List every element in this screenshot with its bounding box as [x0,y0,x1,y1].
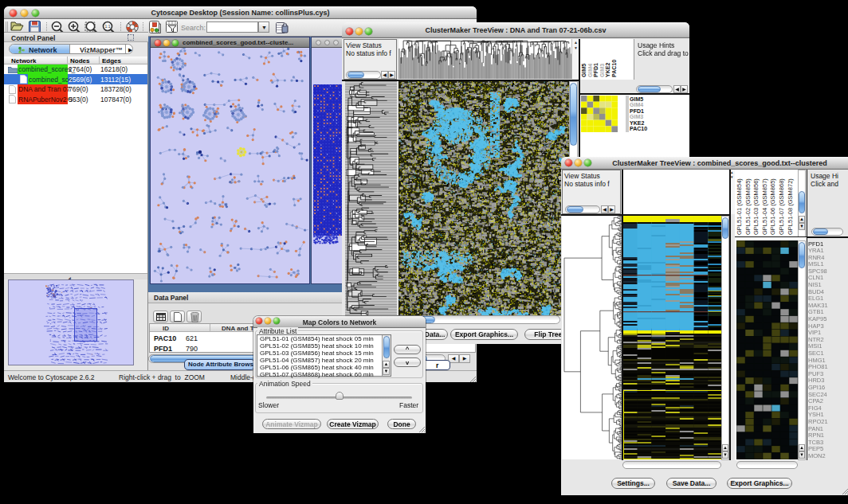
svg-text:GPL51-02 (GSM855): GPL51-02 (GSM855) [744,178,752,235]
svg-text:GIM3: GIM3 [599,64,605,77]
svg-text:PAC10: PAC10 [611,60,617,77]
svg-text:GPL51-08 (GSM872): GPL51-08 (GSM872) [787,178,794,235]
svg-text:GPL51-04 (GSM857): GPL51-04 (GSM857) [761,178,768,235]
svg-text:GPL51-06 (GSM865): GPL51-06 (GSM865) [769,178,776,235]
svg-text:YKE2: YKE2 [605,63,610,77]
svg-text:GIM4: GIM4 [587,64,593,77]
svg-text:GIM5: GIM5 [581,64,587,77]
svg-text:GPL51-01 (GSM854): GPL51-01 (GSM854) [736,178,743,235]
svg-text:1:1: 1:1 [105,24,111,29]
svg-text:GPL51-03 (GSM856): GPL51-03 (GSM856) [752,178,760,235]
svg-text:GPL51-07 (GSM868): GPL51-07 (GSM868) [778,178,785,235]
svg-text:PFD1: PFD1 [593,63,599,77]
